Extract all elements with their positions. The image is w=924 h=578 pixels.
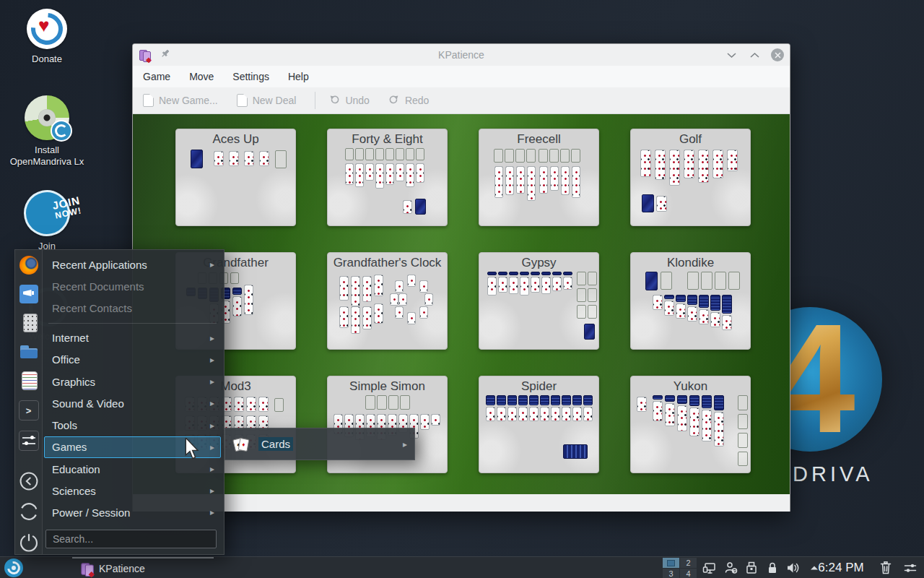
wallpaper-caption: DRIVA xyxy=(793,462,873,486)
menubar-item-move[interactable]: Move xyxy=(189,71,214,82)
card-column xyxy=(362,276,372,302)
tray-volume-icon[interactable] xyxy=(785,560,801,576)
desktop-icon-join[interactable]: JOINNOW!Join xyxy=(7,190,87,252)
menu-item-recent-applications[interactable]: Recent Applications▸ xyxy=(44,254,221,275)
menu-item-sciences[interactable]: Sciences▸ xyxy=(44,480,221,501)
search-input[interactable] xyxy=(46,533,216,545)
pager-desktop-2[interactable]: 2 xyxy=(680,558,697,568)
maximize-button[interactable] xyxy=(748,48,761,61)
session-go-back[interactable] xyxy=(19,473,39,493)
card-outline xyxy=(230,272,239,284)
favorite-announcements[interactable] xyxy=(19,285,39,303)
tray-removable-device-icon[interactable] xyxy=(744,560,759,576)
tray-lock-icon[interactable] xyxy=(764,560,780,576)
card-column xyxy=(572,166,580,198)
game-tile-grandfather-s-clock[interactable]: Grandfather's Clock xyxy=(327,252,448,350)
tray-user-icon[interactable] xyxy=(723,560,738,576)
menu-item-tools[interactable]: Tools▸ xyxy=(44,414,221,436)
card-outline xyxy=(588,288,597,302)
card-outline xyxy=(345,148,354,160)
game-tile-title: Klondike xyxy=(631,253,750,270)
card-outline xyxy=(728,272,740,290)
menu-item-office[interactable]: Office▸ xyxy=(44,349,221,371)
minimize-button[interactable] xyxy=(725,48,738,61)
menu-search-box xyxy=(45,530,217,548)
digital-clock[interactable]: 6:24 PM xyxy=(810,557,872,578)
card-outline xyxy=(275,150,287,168)
menu-item-recent-documents[interactable]: Recent Documents xyxy=(44,275,221,297)
favorite-file-manager[interactable] xyxy=(19,342,39,361)
card-outline xyxy=(577,305,586,319)
favorite-firefox[interactable] xyxy=(19,256,39,275)
system-settings-icon xyxy=(19,431,39,451)
install-disc-icon xyxy=(25,95,69,140)
card-face xyxy=(710,312,720,327)
favorite-terminal[interactable]: > xyxy=(19,400,39,420)
submenu-arrow-icon: ▸ xyxy=(210,355,214,365)
session-restart[interactable] xyxy=(19,503,39,523)
menubar-item-help[interactable]: Help xyxy=(288,71,309,82)
window-toolbar: New Game...New DealUndoRedo xyxy=(133,87,790,114)
game-tile-gypsy[interactable]: Gypsy xyxy=(479,252,599,350)
card-face xyxy=(562,407,571,421)
menu-item-recent-contacts[interactable]: Recent Contacts xyxy=(44,297,221,319)
submenu-arrow-icon: ▸ xyxy=(210,507,214,517)
game-tile-spider[interactable]: Spider xyxy=(479,376,599,473)
card-outline xyxy=(377,395,387,410)
toolbar-button-new-deal[interactable]: New Deal xyxy=(237,94,297,107)
menu-item-power-session[interactable]: Power / Session▸ xyxy=(44,501,221,523)
settings-sliders-icon[interactable] xyxy=(902,560,918,576)
taskbar-task-kpatience[interactable]: ◆ KPatience xyxy=(72,557,214,578)
card-column xyxy=(494,166,503,198)
menu-item-sound-video[interactable]: Sound & Video▸ xyxy=(44,392,221,414)
desktop-icon-donate[interactable]: ♥Donate xyxy=(7,9,87,65)
desktop-icon-install[interactable]: Install OpenMandriva Lx xyxy=(7,95,87,168)
menu-item-graphics[interactable]: Graphics▸ xyxy=(44,371,221,392)
document-new-icon xyxy=(143,94,154,107)
favorite-system-settings[interactable] xyxy=(19,431,39,451)
toolbar-button-new-game[interactable]: New Game... xyxy=(143,94,218,107)
heart-glyph: ♥ xyxy=(38,14,49,37)
games-submenu[interactable]: ♠♦ Cards ▸ xyxy=(225,428,415,460)
toolbar-button-redo[interactable]: Redo xyxy=(388,94,429,108)
card-column xyxy=(516,166,525,194)
menu-item-internet[interactable]: Internet▸ xyxy=(44,327,221,349)
card-face xyxy=(390,293,398,306)
card-back-stack xyxy=(541,272,551,275)
game-tile-aces-up[interactable]: Aces Up xyxy=(175,129,296,226)
menu-item-label: Internet xyxy=(52,332,89,344)
submenu-item-cards[interactable]: Cards xyxy=(258,437,293,451)
game-tile-yukon[interactable]: Yukon xyxy=(630,376,751,473)
favorite-text-editor[interactable] xyxy=(19,371,39,390)
toolbar-button-undo[interactable]: Undo xyxy=(328,94,369,108)
card-face xyxy=(551,407,560,421)
game-tile-golf[interactable]: Golf xyxy=(630,129,751,226)
card-column xyxy=(431,414,440,426)
card-column xyxy=(561,166,570,195)
game-tile-klondike[interactable]: Klondike xyxy=(630,252,751,350)
close-button[interactable] xyxy=(771,48,784,61)
card-back xyxy=(645,272,658,290)
application-launcher-button[interactable] xyxy=(4,558,23,577)
window-controls xyxy=(725,48,784,61)
card-face xyxy=(234,397,244,412)
window-titlebar[interactable]: ◆ KPatience xyxy=(133,44,790,66)
menubar-item-game[interactable]: Game xyxy=(143,71,170,82)
task-label: KPatience xyxy=(99,563,145,574)
tray-display-icon[interactable] xyxy=(702,560,718,576)
pager-desktop-3[interactable]: 3 xyxy=(663,569,679,578)
card-column xyxy=(498,277,507,293)
pager-desktop-4[interactable]: 4 xyxy=(680,569,697,578)
card-outline xyxy=(588,305,597,319)
pager-desktop-1[interactable] xyxy=(663,558,679,568)
system-tray xyxy=(702,557,822,578)
trash-icon[interactable] xyxy=(878,560,894,576)
session-shutdown[interactable] xyxy=(19,533,39,553)
card-outline xyxy=(385,148,394,160)
menubar-item-settings[interactable]: Settings xyxy=(232,71,269,82)
favorite-mobile-device[interactable] xyxy=(19,314,39,332)
card-back-stack xyxy=(687,295,697,305)
card-column xyxy=(365,163,374,181)
game-tile-freecell[interactable]: Freecell xyxy=(479,129,599,226)
game-tile-forty-eight[interactable]: Forty & Eight xyxy=(327,129,448,226)
